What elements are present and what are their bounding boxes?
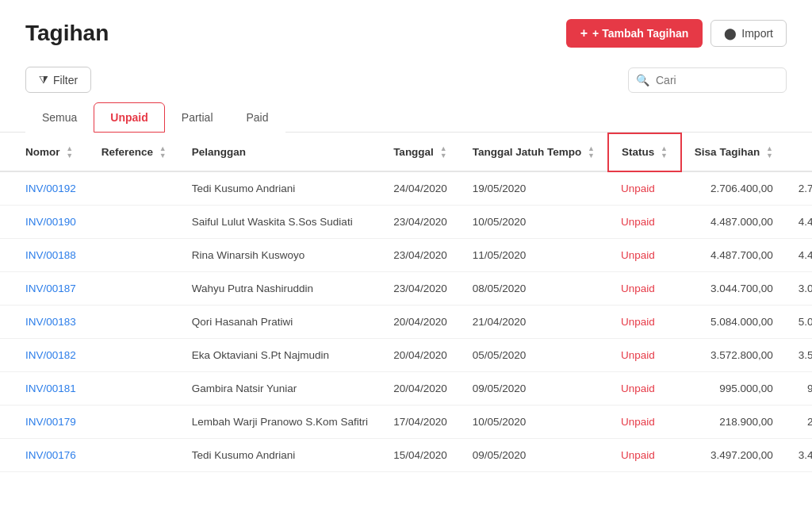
th-reference[interactable]: Reference ▲▼	[89, 133, 179, 171]
tab-partial-label: Partial	[182, 111, 213, 124]
td-total: 218.900,00	[786, 406, 812, 439]
table-row: INV/00183 Qori Hasanah Pratiwi 20/04/202…	[0, 306, 812, 339]
th-tanggal[interactable]: Tanggal ▲▼	[381, 133, 460, 171]
invoice-link[interactable]: INV/00188	[25, 249, 76, 261]
invoice-link[interactable]: INV/00179	[25, 416, 76, 428]
td-tanggal-jatuh-tempo: 09/05/2020	[460, 439, 608, 472]
td-nomor: INV/00181	[0, 372, 89, 406]
page-title: Tagihan	[25, 21, 109, 46]
td-status: Unpaid	[608, 439, 681, 472]
td-reference	[89, 439, 179, 472]
toolbar: ⧩ Filter 🔍	[0, 60, 812, 102]
invoice-link[interactable]: INV/00190	[25, 216, 76, 228]
td-reference	[89, 406, 179, 439]
import-icon: ⬤	[724, 27, 737, 40]
status-badge: Unpaid	[621, 283, 655, 294]
td-sisa-tagihan: 5.084.000,00	[681, 306, 786, 339]
td-total: 3.044.700,00	[786, 272, 812, 306]
invoice-link[interactable]: INV/00176	[25, 449, 76, 461]
page-container: Tagihan + + Tambah Tagihan ⬤ Import ⧩ Fi…	[0, 0, 812, 519]
status-badge: Unpaid	[621, 216, 655, 228]
table-row: INV/00176 Tedi Kusumo Andriani 15/04/202…	[0, 439, 812, 472]
td-reference	[89, 239, 179, 272]
td-nomor: INV/00183	[0, 306, 89, 339]
th-status[interactable]: Status ▲▼	[608, 133, 681, 171]
th-tanggal-jatuh-tempo[interactable]: Tanggal Jatuh Tempo ▲▼	[460, 133, 608, 171]
td-tanggal-jatuh-tempo: 21/04/2020	[460, 306, 608, 339]
td-reference	[89, 372, 179, 406]
td-tanggal-jatuh-tempo: 09/05/2020	[460, 372, 608, 406]
td-pelanggan: Qori Hasanah Pratiwi	[179, 306, 381, 339]
td-sisa-tagihan: 3.497.200,00	[681, 439, 786, 472]
td-total: 995.000,00	[786, 372, 812, 406]
td-total: 3.497.200,00	[786, 439, 812, 472]
invoice-link[interactable]: INV/00182	[25, 349, 76, 361]
table-row: INV/00181 Gambira Natsir Yuniar 20/04/20…	[0, 372, 812, 406]
td-sisa-tagihan: 218.900,00	[681, 406, 786, 439]
td-tanggal: 17/04/2020	[381, 406, 460, 439]
td-nomor: INV/00179	[0, 406, 89, 439]
status-badge: Unpaid	[621, 316, 655, 328]
td-sisa-tagihan: 995.000,00	[681, 372, 786, 406]
invoice-link[interactable]: INV/00192	[25, 183, 76, 194]
td-sisa-tagihan: 4.487.700,00	[681, 239, 786, 272]
td-sisa-tagihan: 3.044.700,00	[681, 272, 786, 306]
search-input[interactable]	[628, 67, 787, 93]
td-status: Unpaid	[608, 372, 681, 406]
add-tagihan-button[interactable]: + + Tambah Tagihan	[566, 19, 703, 48]
td-total: 4.487.700,00	[786, 239, 812, 272]
invoice-link[interactable]: INV/00181	[25, 383, 76, 394]
status-badge: Unpaid	[621, 383, 655, 394]
td-status: Unpaid	[608, 206, 681, 239]
import-button[interactable]: ⬤ Import	[710, 20, 787, 47]
tab-paid[interactable]: Paid	[230, 102, 285, 133]
td-status: Unpaid	[608, 339, 681, 372]
tab-paid-label: Paid	[247, 111, 269, 124]
header: Tagihan + + Tambah Tagihan ⬤ Import	[0, 0, 812, 60]
td-total: 2.706.400,00	[786, 171, 812, 206]
add-tagihan-label: + Tambah Tagihan	[592, 27, 688, 40]
table-row: INV/00187 Wahyu Putra Nashiruddin 23/04/…	[0, 272, 812, 306]
status-sort-icon: ▲▼	[661, 145, 668, 160]
th-pelanggan-label: Pelanggan	[192, 146, 246, 158]
th-sisa-tagihan-label: Sisa Tagihan	[695, 145, 760, 157]
invoice-link[interactable]: INV/00187	[25, 283, 76, 294]
td-pelanggan: Wahyu Putra Nashiruddin	[179, 272, 381, 306]
search-icon: 🔍	[636, 74, 649, 86]
th-reference-label: Reference	[102, 145, 153, 157]
td-status: Unpaid	[608, 239, 681, 272]
invoice-link[interactable]: INV/00183	[25, 316, 76, 328]
th-nomor[interactable]: Nomor ▲▼	[0, 133, 89, 171]
filter-button[interactable]: ⧩ Filter	[25, 67, 91, 93]
td-tanggal: 23/04/2020	[381, 206, 460, 239]
import-label: Import	[741, 27, 773, 40]
td-reference	[89, 339, 179, 372]
td-nomor: INV/00176	[0, 439, 89, 472]
reference-sort-icon: ▲▼	[159, 145, 167, 160]
td-pelanggan: Gambira Natsir Yuniar	[179, 372, 381, 406]
th-total[interactable]: Total ▲▼	[786, 133, 812, 171]
table-row: INV/00192 Tedi Kusumo Andriani 24/04/202…	[0, 171, 812, 206]
tab-semua-label: Semua	[42, 111, 77, 124]
table-row: INV/00188 Rina Winarsih Kuswoyo 23/04/20…	[0, 239, 812, 272]
tab-semua[interactable]: Semua	[25, 102, 94, 133]
td-tanggal: 20/04/2020	[381, 339, 460, 372]
td-tanggal-jatuh-tempo: 10/05/2020	[460, 206, 608, 239]
td-nomor: INV/00187	[0, 272, 89, 306]
status-badge: Unpaid	[621, 183, 655, 194]
jatuh-tempo-sort-icon: ▲▼	[588, 145, 595, 160]
td-tanggal: 20/04/2020	[381, 372, 460, 406]
td-nomor: INV/00188	[0, 239, 89, 272]
tanggal-sort-icon: ▲▼	[440, 145, 447, 160]
status-badge: Unpaid	[621, 249, 655, 261]
td-sisa-tagihan: 3.572.800,00	[681, 339, 786, 372]
table-row: INV/00179 Lembah Warji Pranowo S.Kom Saf…	[0, 406, 812, 439]
tab-partial[interactable]: Partial	[165, 102, 230, 133]
th-pelanggan: Pelanggan	[179, 133, 381, 171]
th-tanggal-jatuh-tempo-label: Tanggal Jatuh Tempo	[473, 145, 582, 157]
th-sisa-tagihan[interactable]: Sisa Tagihan ▲▼	[681, 133, 786, 171]
tab-unpaid[interactable]: Unpaid	[94, 102, 164, 133]
td-total: 3.572.800,00	[786, 339, 812, 372]
status-badge: Unpaid	[621, 349, 655, 361]
invoices-table: Nomor ▲▼ Reference ▲▼ Pelanggan Tanggal …	[0, 133, 812, 472]
